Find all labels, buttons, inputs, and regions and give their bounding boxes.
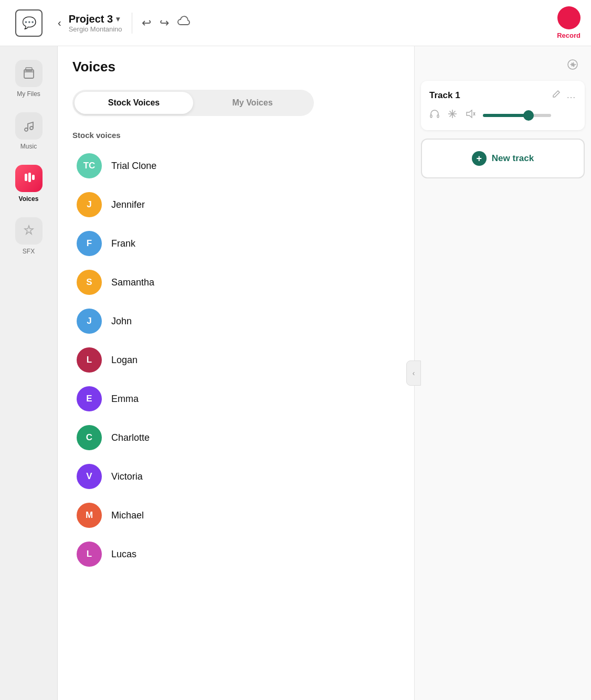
- voice-list-item[interactable]: VVictoria: [72, 459, 399, 494]
- project-name-text: Project 3: [69, 13, 113, 25]
- sidebar-item-my-files[interactable]: My Files: [6, 55, 51, 103]
- voice-avatar: F: [77, 231, 102, 256]
- undo-button[interactable]: ↩: [142, 16, 151, 30]
- track-1-card: Track 1 …: [421, 81, 585, 130]
- sidebar-item-music[interactable]: Music: [6, 107, 51, 155]
- voice-name: Charlotte: [111, 432, 150, 443]
- project-subtitle: Sergio Montanino: [69, 25, 122, 33]
- voice-avatar: M: [77, 503, 102, 528]
- svg-point-3: [30, 126, 33, 130]
- voices-label: Voices: [19, 195, 39, 203]
- svg-rect-9: [437, 115, 439, 118]
- stock-voices-section-label: Stock voices: [72, 131, 399, 140]
- voice-avatar: E: [77, 386, 102, 411]
- record-circle: [557, 6, 581, 29]
- music-label: Music: [20, 143, 37, 150]
- track-action-buttons: …: [552, 89, 576, 101]
- voice-avatar: TC: [77, 153, 102, 178]
- project-title: Project 3 ▾ Sergio Montanino: [69, 13, 122, 33]
- record-button[interactable]: Record: [557, 6, 581, 39]
- svg-rect-8: [430, 115, 432, 118]
- new-track-button[interactable]: + New track: [421, 139, 585, 178]
- voice-list-item[interactable]: JJennifer: [72, 187, 399, 222]
- page-title: Voices: [72, 59, 399, 75]
- tab-my-voices[interactable]: My Voices: [193, 92, 312, 114]
- voice-list-item[interactable]: JJohn: [72, 303, 399, 339]
- more-dots-icon: …: [566, 90, 576, 100]
- record-label: Record: [557, 31, 581, 39]
- header-divider: [132, 13, 132, 34]
- volume-slider[interactable]: [483, 114, 551, 117]
- collapse-panel-button[interactable]: ‹: [406, 360, 421, 386]
- voice-list-item[interactable]: FFrank: [72, 226, 399, 261]
- voice-name: Frank: [111, 238, 135, 249]
- voice-name: Logan: [111, 355, 138, 366]
- voice-name: Trial Clone: [111, 161, 156, 172]
- back-button[interactable]: ‹: [56, 15, 64, 31]
- sidebar-item-voices[interactable]: Voices: [6, 160, 51, 208]
- track-name: Track 1: [429, 90, 460, 101]
- voice-avatar: L: [77, 347, 102, 373]
- redo-button[interactable]: ↪: [160, 16, 169, 30]
- voice-list-item[interactable]: LLogan: [72, 342, 399, 378]
- voice-name: Victoria: [111, 471, 143, 482]
- voice-avatar: S: [77, 270, 102, 295]
- freeze-icon[interactable]: [447, 109, 458, 122]
- header-actions: ↩ ↪: [142, 16, 191, 30]
- voices-content: Voices Stock Voices My Voices Stock voic…: [58, 46, 415, 700]
- voice-list-item[interactable]: TCTrial Clone: [72, 148, 399, 184]
- voice-list-item[interactable]: CCharlotte: [72, 420, 399, 455]
- voice-name: John: [111, 316, 132, 327]
- track-controls: [429, 109, 576, 122]
- collapse-icon: ‹: [413, 369, 415, 377]
- new-track-plus-icon: +: [472, 151, 487, 166]
- project-chevron-icon[interactable]: ▾: [116, 15, 120, 23]
- track-header: Track 1 …: [429, 89, 576, 101]
- voice-avatar: J: [77, 309, 102, 334]
- voice-avatar: L: [77, 542, 102, 567]
- svg-marker-14: [467, 110, 472, 118]
- new-track-label: New track: [492, 153, 534, 164]
- voice-name: Michael: [111, 510, 144, 521]
- voice-name: Lucas: [111, 549, 136, 560]
- edit-icon: [552, 89, 561, 99]
- track-more-button[interactable]: …: [566, 90, 576, 101]
- panel-top-bar: [415, 46, 591, 75]
- svg-point-2: [25, 128, 28, 131]
- voices-icon: [15, 165, 43, 192]
- tab-stock-voices[interactable]: Stock Voices: [75, 92, 193, 114]
- sfx-label: SFX: [23, 248, 35, 255]
- track-edit-button[interactable]: [552, 89, 561, 101]
- voice-avatar: V: [77, 464, 102, 489]
- my-files-icon: [15, 60, 43, 87]
- voice-name: Emma: [111, 394, 139, 405]
- voice-avatar: C: [77, 425, 102, 450]
- voice-list-item[interactable]: EEmma: [72, 381, 399, 417]
- cloud-save-button[interactable]: [177, 16, 191, 30]
- headphone-icon[interactable]: [429, 109, 440, 122]
- voice-name: Samantha: [111, 277, 154, 288]
- waveform-icon: [567, 59, 578, 70]
- cloud-icon: [177, 16, 191, 27]
- voice-list-item[interactable]: LLucas: [72, 536, 399, 572]
- music-icon: [15, 112, 43, 140]
- sidebar-item-sfx[interactable]: SFX: [6, 212, 51, 260]
- project-info: ‹ Project 3 ▾ Sergio Montanino ↩ ↪: [56, 13, 192, 34]
- app-header: 💬 ‹ Project 3 ▾ Sergio Montanino ↩ ↪ Rec…: [0, 0, 591, 46]
- voice-avatar: J: [77, 192, 102, 217]
- app-logo: 💬: [10, 5, 47, 41]
- svg-rect-4: [25, 174, 27, 181]
- voice-list-item[interactable]: MMichael: [72, 497, 399, 533]
- svg-rect-5: [28, 173, 31, 182]
- waveform-icon-button[interactable]: [563, 55, 583, 75]
- project-name-row: Project 3 ▾: [69, 13, 122, 25]
- voice-list-item[interactable]: SSamantha: [72, 264, 399, 300]
- my-files-label: My Files: [17, 90, 40, 98]
- mute-icon[interactable]: [465, 109, 476, 122]
- right-panel: ‹ Track 1: [415, 46, 591, 700]
- main-layout: My Files Music Voices SFX Voices S: [0, 46, 591, 700]
- voice-name: Jennifer: [111, 199, 145, 210]
- sidebar: My Files Music Voices SFX: [0, 46, 58, 700]
- svg-rect-6: [32, 175, 35, 180]
- sfx-icon: [15, 217, 43, 245]
